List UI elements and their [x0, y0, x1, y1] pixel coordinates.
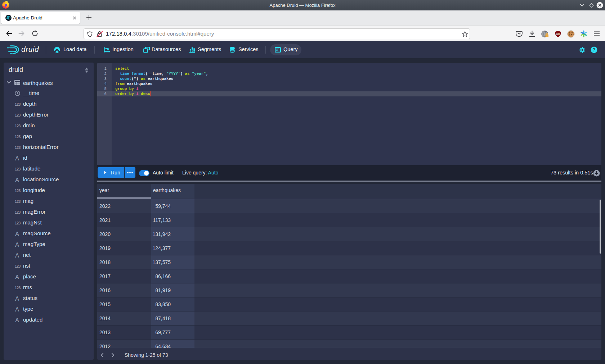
svg-text:uO: uO [556, 33, 560, 35]
svg-text:?: ? [593, 47, 596, 53]
